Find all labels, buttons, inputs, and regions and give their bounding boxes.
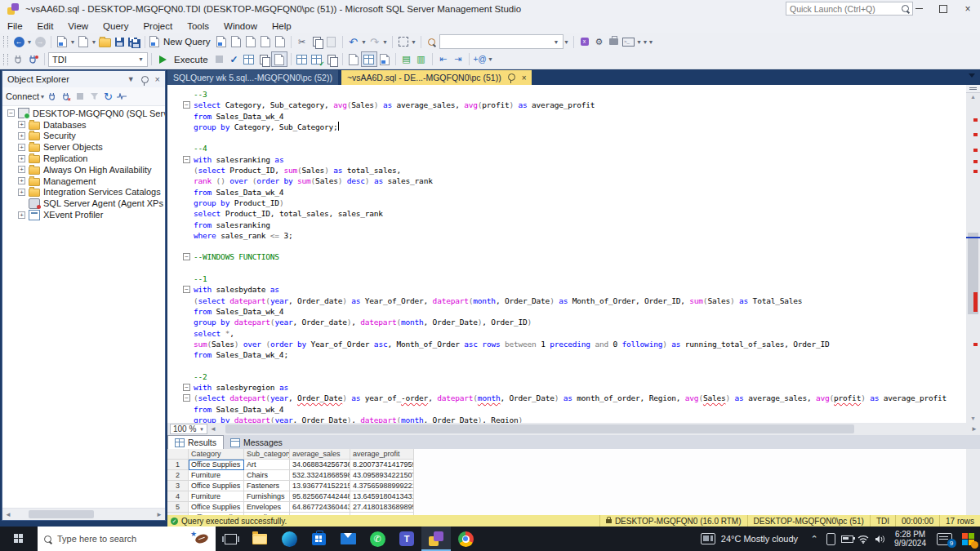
undo-dropdown[interactable]: ▼ xyxy=(361,39,368,45)
fold-collapse-icon[interactable]: − xyxy=(183,384,190,391)
toolbar-grip[interactable] xyxy=(3,54,8,65)
close-icon[interactable]: × xyxy=(522,73,527,82)
change-connection-icon[interactable] xyxy=(26,52,41,66)
expand-icon[interactable]: + xyxy=(18,121,25,128)
minimize-button[interactable] xyxy=(906,0,931,17)
tab-results[interactable]: Results xyxy=(167,435,224,449)
sqlcmd-mode-button[interactable]: +@ xyxy=(473,52,488,66)
tree-item[interactable]: SQL Server Agent (Agent XPs disabled xyxy=(2,198,165,209)
grid-cell[interactable]: Office Supplies xyxy=(189,460,244,470)
grid-cell[interactable]: 532.332418685987 xyxy=(290,470,350,481)
find-combo[interactable]: ▼ xyxy=(439,34,564,49)
navigate-forward-button[interactable]: → xyxy=(33,35,47,49)
quick-launch-input[interactable]: Quick Launch (Ctrl+Q) xyxy=(786,2,913,16)
display-estimated-plan-button[interactable] xyxy=(242,52,256,66)
expand-icon[interactable]: + xyxy=(18,144,25,151)
editor-gutter[interactable] xyxy=(167,187,194,198)
code-line[interactable]: from Sales_Data_wk_4; xyxy=(167,349,947,360)
selection-box-dropdown[interactable]: ▼ xyxy=(411,39,417,45)
editor-gutter[interactable]: − xyxy=(167,154,194,165)
splitter-handle[interactable] xyxy=(966,85,980,93)
grid-cell[interactable]: Office Supplies xyxy=(189,481,244,491)
editor-gutter[interactable] xyxy=(167,328,194,339)
menu-help[interactable]: Help xyxy=(265,20,299,33)
chrome-icon[interactable] xyxy=(451,527,480,551)
column-header[interactable]: Category xyxy=(189,449,244,460)
grid-cell[interactable]: 13.6459180413431 xyxy=(350,491,414,502)
editor-gutter[interactable] xyxy=(167,111,194,122)
grid-cell[interactable]: Office Supplies xyxy=(189,502,244,513)
increase-indent-button[interactable]: ⇥ xyxy=(451,52,466,66)
code-line[interactable]: −(select datepart(year, Order_Date) as y… xyxy=(167,393,947,403)
paste-button[interactable] xyxy=(324,35,339,49)
available-databases-combo[interactable]: TDI▼ xyxy=(48,52,148,67)
code-line[interactable]: --2 xyxy=(167,371,947,382)
cut-button[interactable]: ✂ xyxy=(295,35,310,49)
connect-button[interactable]: Connect xyxy=(6,91,39,101)
microsoft-store-icon[interactable] xyxy=(304,527,333,551)
menu-query[interactable]: Query xyxy=(96,20,136,33)
connect-object-icon[interactable] xyxy=(46,90,60,104)
expand-icon[interactable]: + xyxy=(18,132,25,140)
toolbox-icon[interactable] xyxy=(607,35,621,49)
xevent-button[interactable]: x xyxy=(577,35,592,49)
editor-vscrollbar[interactable]: ▲ ▼ xyxy=(966,85,980,423)
editor-gutter[interactable] xyxy=(167,306,194,317)
menu-window[interactable]: Window xyxy=(216,20,265,33)
uncomment-button[interactable]: ▥ xyxy=(414,52,429,66)
ssms-taskbar-icon[interactable] xyxy=(421,527,451,551)
scroll-left-arrow[interactable]: ◄ xyxy=(207,425,219,433)
office-hub-icon[interactable] xyxy=(956,527,980,551)
activity-monitor-icon[interactable] xyxy=(115,90,129,104)
code-line[interactable]: rank () over (order by sum(Sales) desc) … xyxy=(167,176,947,186)
expand-icon[interactable]: + xyxy=(18,189,25,196)
code-line[interactable]: −with salesranking as xyxy=(167,154,947,165)
row-number[interactable]: 5 xyxy=(167,502,189,513)
expand-icon[interactable]: + xyxy=(18,211,25,219)
filter-icon[interactable] xyxy=(87,90,101,104)
wrench-icon[interactable]: ⚙ xyxy=(592,35,607,49)
toolbar-grip[interactable] xyxy=(3,36,8,47)
phone-link-icon[interactable] xyxy=(822,527,839,551)
scroll-thumb[interactable] xyxy=(225,424,854,433)
code-line[interactable]: from Sales_Data_wk_4 xyxy=(167,187,947,198)
grid-cell[interactable]: Art xyxy=(244,460,290,470)
tree-item[interactable]: +Replication xyxy=(2,153,165,164)
results-to-file-button[interactable] xyxy=(377,52,392,66)
scroll-down-arrow[interactable]: ▼ xyxy=(966,415,980,421)
teams-icon[interactable]: T xyxy=(392,527,421,551)
row-number[interactable]: 1 xyxy=(167,460,189,470)
results-vscrollbar[interactable] xyxy=(966,449,980,515)
code-line[interactable]: group by Category, Sub_Category; xyxy=(167,122,947,132)
code-line[interactable]: from Sales_Data_wk_4 xyxy=(167,306,947,317)
code-line[interactable]: select *, xyxy=(167,328,947,339)
fold-collapse-icon[interactable]: − xyxy=(183,394,190,402)
editor-gutter[interactable]: − xyxy=(167,251,194,262)
editor-gutter[interactable] xyxy=(167,132,194,143)
fold-collapse-icon[interactable]: − xyxy=(183,286,190,293)
save-button[interactable] xyxy=(112,35,127,49)
code-line[interactable]: where sales_rank <= 3; xyxy=(167,230,947,241)
pin-icon[interactable] xyxy=(508,73,515,82)
row-number[interactable]: 3 xyxy=(167,481,189,491)
grid-cell[interactable]: 43.0958934221507 xyxy=(350,470,414,481)
editor-gutter[interactable] xyxy=(167,263,194,273)
scroll-thumb[interactable] xyxy=(29,510,94,518)
live-query-statistics-button[interactable] xyxy=(324,52,339,66)
tab-overflow-icon[interactable] xyxy=(969,73,975,78)
weather-widget[interactable]: 24°C Mostly cloudy xyxy=(693,527,806,551)
close-button[interactable]: × xyxy=(956,0,980,17)
editor-gutter[interactable] xyxy=(167,122,194,132)
wifi-icon[interactable] xyxy=(855,527,871,551)
pin-icon[interactable] xyxy=(141,76,149,83)
execute-button[interactable]: Execute xyxy=(170,55,212,64)
code-line[interactable]: --4 xyxy=(167,143,947,153)
editor-gutter[interactable]: − xyxy=(167,100,194,110)
code-line[interactable]: (select datepart(year, Order_date) as Ye… xyxy=(167,295,947,306)
fold-collapse-icon[interactable]: − xyxy=(183,253,190,260)
editor-gutter[interactable] xyxy=(167,89,194,100)
add-item-dropdown[interactable]: ▼ xyxy=(91,39,97,45)
scroll-left-arrow[interactable]: ◄ xyxy=(2,511,14,518)
disconnect-object-icon[interactable] xyxy=(60,90,74,104)
code-line[interactable]: (select Product_ID, sum(Sales) as total_… xyxy=(167,165,947,176)
